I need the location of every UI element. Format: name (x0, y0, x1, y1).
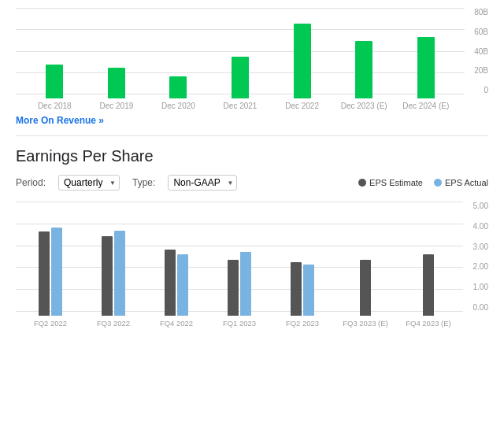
estimate-label: EPS Estimate (369, 178, 423, 187)
revenue-bar (294, 24, 311, 98)
eps-bar-group: FQ2 2022 (19, 228, 82, 328)
eps-bars-row (102, 231, 125, 316)
eps-y-axis: 5.004.003.002.001.000.00 (465, 202, 488, 328)
eps-actual-bar (51, 228, 62, 316)
legend-actual: EPS Actual (434, 178, 488, 187)
eps-legend: EPS Estimate EPS Actual (358, 178, 488, 187)
revenue-bar-label: Dec 2020 (161, 102, 195, 110)
revenue-chart: Dec 2018Dec 2019Dec 2020Dec 2021Dec 2022… (16, 8, 488, 110)
legend-estimate: EPS Estimate (358, 178, 423, 187)
y-axis-label: 5.00 (465, 202, 488, 210)
eps-section: Earnings Per Share Period: Quarterly Typ… (0, 136, 504, 335)
revenue-bars: Dec 2018Dec 2019Dec 2020Dec 2021Dec 2022… (16, 24, 465, 110)
eps-bar-group: FQ3 2022 (82, 231, 145, 328)
eps-bar-label: FQ4 2022 (160, 319, 193, 328)
eps-bars-row (423, 254, 434, 316)
revenue-bar-group: Dec 2018 (24, 65, 86, 110)
y-axis-label: 1.00 (465, 283, 488, 291)
grid-line (16, 8, 465, 9)
eps-estimate-bar (423, 254, 434, 316)
eps-chart-wrapper: FQ2 2022FQ3 2022FQ4 2022FQ1 2023FQ2 2023… (16, 202, 488, 328)
eps-bar-group: FQ4 2023 (E) (397, 254, 460, 328)
period-label: Period: (16, 177, 46, 188)
period-select-wrapper[interactable]: Quarterly (58, 175, 120, 191)
eps-bars-row (228, 252, 251, 316)
actual-dot (434, 179, 442, 187)
eps-grid-line (16, 202, 463, 202)
eps-actual-bar (177, 254, 188, 316)
revenue-bar-label: Dec 2023 (E) (341, 102, 387, 110)
type-label: Type: (132, 177, 155, 188)
y-axis-label: 20B (466, 66, 488, 75)
eps-bar-group: FQ2 2023 (271, 262, 334, 328)
eps-bar-label: FQ4 2023 (E) (406, 319, 451, 328)
eps-estimate-bar (39, 231, 50, 316)
period-select[interactable]: Quarterly (58, 175, 120, 191)
eps-actual-bar (303, 265, 314, 316)
more-revenue-link[interactable]: More On Revenue » (16, 115, 104, 126)
eps-estimate-bar (360, 260, 371, 316)
y-axis-label: 0.00 (465, 303, 488, 312)
eps-bar-group: FQ3 2023 (E) (334, 260, 397, 328)
eps-estimate-bar (291, 262, 302, 316)
type-select[interactable]: Non-GAAP (168, 175, 237, 191)
eps-estimate-bar (165, 250, 176, 316)
revenue-bar-group: Dec 2020 (147, 76, 209, 110)
revenue-bar (46, 65, 63, 98)
revenue-bar-group: Dec 2024 (E) (395, 37, 457, 110)
estimate-dot (358, 179, 366, 187)
eps-estimate-bar (102, 236, 113, 316)
eps-bar-label: FQ2 2023 (286, 319, 319, 328)
actual-label: EPS Actual (445, 178, 488, 187)
revenue-y-axis: 80B60B40B20B0 (466, 8, 488, 110)
eps-bars: FQ2 2022FQ3 2022FQ4 2022FQ1 2023FQ2 2023… (16, 217, 463, 328)
eps-estimate-bar (228, 260, 239, 316)
eps-bars-row (360, 260, 371, 316)
eps-bars-row (165, 250, 188, 316)
y-axis-label: 0 (466, 86, 488, 94)
eps-chart: FQ2 2022FQ3 2022FQ4 2022FQ1 2023FQ2 2023… (16, 202, 488, 328)
eps-bar-label: FQ3 2023 (E) (343, 319, 388, 328)
revenue-bar-group: Dec 2019 (86, 68, 148, 110)
revenue-bar (169, 76, 187, 98)
revenue-bar-label: Dec 2021 (224, 102, 258, 110)
revenue-bar-label: Dec 2018 (38, 102, 72, 110)
eps-actual-bar (240, 252, 251, 316)
y-axis-label: 60B (466, 28, 488, 36)
eps-bar-group: FQ4 2022 (145, 250, 208, 328)
revenue-bar (355, 41, 372, 98)
revenue-bar-group: Dec 2021 (209, 57, 272, 110)
revenue-bar (108, 68, 125, 98)
y-axis-label: 40B (466, 47, 488, 56)
y-axis-label: 2.00 (465, 262, 488, 271)
revenue-chart-area: Dec 2018Dec 2019Dec 2020Dec 2021Dec 2022… (16, 8, 488, 110)
type-select-wrapper[interactable]: Non-GAAP (168, 175, 237, 191)
eps-bar-group: FQ1 2023 (208, 252, 271, 328)
eps-actual-bar (114, 231, 125, 316)
y-axis-label: 4.00 (465, 222, 488, 231)
revenue-bar (417, 37, 435, 98)
revenue-bar (232, 57, 249, 98)
revenue-section: Dec 2018Dec 2019Dec 2020Dec 2021Dec 2022… (0, 0, 504, 135)
revenue-bar-group: Dec 2022 (271, 24, 333, 110)
eps-controls: Period: Quarterly Type: Non-GAAP EPS Est… (16, 175, 488, 191)
eps-bar-label: FQ1 2023 (223, 319, 256, 328)
y-axis-label: 3.00 (465, 242, 488, 251)
y-axis-label: 80B (466, 8, 488, 17)
revenue-bar-label: Dec 2022 (285, 102, 319, 110)
eps-bar-label: FQ3 2022 (97, 319, 130, 328)
eps-bars-row (39, 228, 62, 316)
eps-title: Earnings Per Share (16, 147, 488, 165)
revenue-bar-label: Dec 2024 (E) (402, 102, 449, 110)
revenue-bar-group: Dec 2023 (E) (333, 41, 395, 110)
revenue-bar-label: Dec 2019 (99, 102, 133, 110)
eps-bar-label: FQ2 2022 (34, 319, 67, 328)
eps-bars-row (291, 262, 314, 316)
